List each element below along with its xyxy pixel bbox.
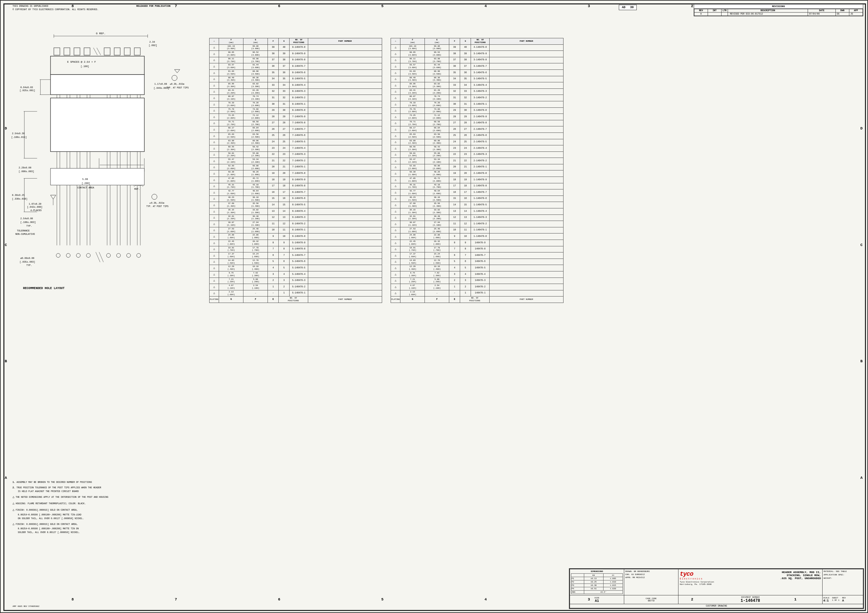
center-table-row: △50.39 [1.984]48.26 [1.900]19207-146478-…	[209, 170, 382, 177]
rev-row1-ltr	[722, 12, 728, 16]
footer-g: G	[219, 297, 243, 303]
svg-text:[.035±.003]: [.035±.003]	[20, 261, 35, 263]
center-table-row: △60.55 [2.384]58.42 [2.300]23247-146478-…	[209, 146, 382, 152]
right-table-row: △7.21 [.284]5.08 [.200]23146478-3	[391, 277, 564, 284]
center-table-row: △47.85 [1.884]45.72 [1.800]18196-146478-…	[209, 177, 382, 183]
right-table-row: △68.17 [2.684]66.04 [2.600]26272-146478-…	[391, 126, 564, 133]
right-table-row: △80.87 [3.184]78.74 [3.100]31323-146478-…	[391, 95, 564, 101]
weight-label: WEIGHT:	[824, 577, 862, 579]
rev-row1-desc: REVISED PER ECO-06-017512	[728, 12, 808, 16]
right-table-row: △55.47 [2.184]53.34 [2.100]21222-146478-…	[391, 158, 564, 164]
right-table-row: △30.07 [1.184]27.94 [1.100]11121-146478-…	[391, 221, 564, 228]
svg-text:2.54±0.08: 2.54±0.08	[20, 217, 33, 220]
note-tri-4: △ FINISH: 0.000381[.000015] GOLD ON CONT…	[12, 522, 202, 534]
right-table-row: △42.77 [1.684]40.64 [1.600]16171-146478-…	[391, 189, 564, 196]
dimensions-cell: DIMENSIONS mm in P1 ±0.13 ±.005	[570, 569, 624, 595]
svg-point-46	[172, 75, 177, 80]
svg-text:[.090±.003]: [.090±.003]	[19, 170, 34, 173]
center-table-row: △7.21 [.284]5.08 [.200]235-146478-3	[209, 277, 382, 284]
right-table-row: △91.03 [3.584]88.90 [3.500]35363-146478-…	[391, 70, 564, 76]
right-table-row: △4.67 [.184]2.54 [.100]12146478-2	[391, 284, 564, 290]
grid-bot-8: 8	[71, 598, 74, 602]
approved-by: APPR: MR MCEVICZ	[625, 576, 677, 579]
center-table-row: △27.53 [1.084]25.40 [1.000]10116-146478-…	[209, 227, 382, 234]
right-table-row: △47.85 [1.884]45.72 [1.800]18191-146478-…	[391, 177, 564, 183]
drawing-page: 8 7 6 5 4 3 2 1 8 7 6 5 4 3 2 1 DCBA DCB…	[0, 0, 868, 613]
center-table-row: △40.23 [1.584]38.10 [1.500]15166-146478-…	[209, 195, 382, 202]
svg-rect-15	[134, 48, 140, 55]
center-table-row: △88.49 [3.484]86.36 [3.400]34358-146478-…	[209, 76, 382, 82]
company-city: Harrisburg, Pa. 17105-3608	[680, 583, 714, 585]
grid-num-7: 7	[175, 4, 177, 8]
doc-number-cell: DOCUMENT NUMBER 1-146478	[679, 595, 823, 604]
dim-tol-table: mm in P1 ±0.13 ±.005 P2 ±0.25 ±.010	[571, 573, 623, 594]
grid-num-2: 2	[691, 4, 693, 8]
rev-row1-int	[708, 12, 722, 16]
title-text: HEADER ASSEMBLY, MOD II, STACKING, SINGL…	[780, 571, 821, 580]
right-table-row: △98.65 [3.884]96.52 [3.800]38393-146478-…	[391, 51, 564, 57]
checked-by: CHK: GU DURENICZ	[625, 573, 677, 576]
right-col-pos: NO. OFPOSITIONS	[471, 38, 490, 45]
right-footer-part: PART NUMBER	[490, 297, 564, 303]
right-table-row: △88.49 [3.484]86.36 [3.400]34353-146478-…	[391, 76, 564, 82]
svg-text:[.042±.008]: [.042±.008]	[27, 206, 43, 208]
right-table-row: △93.57 [3.684]91.44 [3.600]36373-146478-…	[391, 63, 564, 70]
grid-num-3: 3	[587, 4, 590, 8]
svg-point-111	[127, 254, 130, 257]
right-col-sym: ⚠	[391, 38, 400, 45]
svg-text:[.100]: [.100]	[81, 65, 89, 68]
col-part-num: PART NUMBER	[308, 38, 382, 45]
grid-num-4: 4	[485, 4, 487, 8]
sheet-value: 1 OF 1	[832, 599, 840, 602]
tyco-logo: tyco	[680, 571, 714, 577]
svg-line-11	[97, 48, 101, 55]
center-part-table-container: ⚠ F(mm) E(mm) F E NO. OFPOSITIONS PART N…	[209, 38, 382, 303]
svg-marker-45	[175, 70, 180, 73]
svg-point-104	[66, 254, 70, 257]
sheet-block: SHEET 1 OF 1	[832, 597, 840, 602]
rev-row1-date: 07/04/06	[808, 12, 836, 16]
col-positions: NO. OFPOSITIONS	[290, 38, 308, 45]
svg-text:[.025±.001]: [.025±.001]	[20, 89, 35, 92]
note-2: 2. TRUE POSITION TOLERANCE OF THE POST T…	[12, 486, 202, 493]
center-table-row: △80.87 [3.184]78.74 [3.100]31328-146478-…	[209, 95, 382, 101]
col-f-val: F	[268, 38, 279, 45]
drawn-by: DRAWN: BR BRANDSBURG	[625, 570, 677, 573]
rev-number: 39	[630, 6, 634, 9]
svg-text:[.330±.010]: [.330±.010]	[12, 198, 28, 200]
scale-value: 4:1	[823, 599, 829, 602]
center-table-row: △98.65 [3.884]96.52 [3.800]38398-146478-…	[209, 51, 382, 57]
right-table-row: △14.83 [.584]12.70 [.500]56146478-6	[391, 259, 564, 265]
right-col-f-dim: F(mm)	[400, 38, 425, 45]
footer-ref: AMP 4805 REV STAN95002	[12, 605, 39, 608]
svg-text:[.100±.003]: [.100±.003]	[20, 221, 36, 224]
right-table-row: △96.11 [3.784]93.98 [3.700]37383-146478-…	[391, 57, 564, 63]
note-1: 1. ASSEMBLY MAY BE BROKEN TO THE DESIRED…	[12, 480, 202, 484]
right-table-row: △60.55 [2.384]58.42 [2.300]23242-146478-…	[391, 146, 564, 152]
svg-text:E SPACES @ 2.54 = F: E SPACES @ 2.54 = F	[67, 60, 96, 63]
revision-ad-box: AD 39	[619, 5, 637, 10]
center-table-row: △32.61 [1.284]30.48 [1.200]12136-146478-…	[209, 215, 382, 221]
svg-point-105	[76, 254, 81, 257]
svg-text:1.07±0.20: 1.07±0.20	[29, 203, 41, 205]
right-table-row: △9.75 [.384]7.62 [.300]34146478-4	[391, 271, 564, 277]
svg-text:TYP.: TYP.	[26, 224, 32, 228]
right-table-row: △24.99 [.984]22.86 [.900]9101-146478-0	[391, 234, 564, 240]
footer-plating: PLATING	[209, 297, 219, 303]
footer-f: F	[243, 297, 268, 303]
right-part-table: ⚠ F(mm) E(mm) F E NO. OFPOSITIONS PART N…	[391, 38, 564, 303]
right-table-row: △63.09 [2.484]60.96 [2.400]24252-146478-…	[391, 139, 564, 146]
size-cell: SIZE A1	[570, 595, 624, 604]
right-table-row: △32.61 [1.284]30.48 [1.200]12131-146478-…	[391, 215, 564, 221]
right-footer-plating: PLATING	[391, 297, 400, 303]
title-line1: HEADER ASSEMBLY, MOD II,	[780, 571, 821, 574]
right-table-row: △83.41 [3.284]81.28 [3.200]32333-146478-…	[391, 88, 564, 95]
right-col-part: PART NUMBER	[490, 38, 564, 45]
right-table-row: △40.23 [1.584]38.10 [1.500]15161-146478-…	[391, 195, 564, 202]
right-footer-e: E	[449, 297, 460, 303]
svg-text:REF.: REF.	[134, 188, 140, 190]
svg-text:4-PLACES: 4-PLACES	[31, 209, 42, 212]
svg-rect-14	[124, 48, 130, 55]
right-table-row: △45.31 [1.784]43.18 [1.700]17181-146478-…	[391, 183, 564, 189]
material-label: MATERIAL: SEE TABLE	[824, 570, 862, 573]
